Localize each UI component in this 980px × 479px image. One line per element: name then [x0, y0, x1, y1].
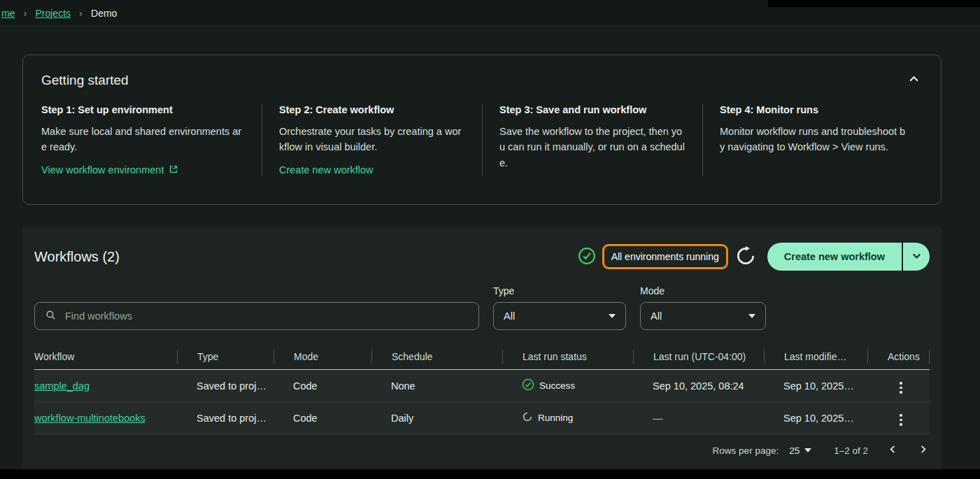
cell-last-modified: Sep 10, 2025… — [764, 413, 867, 424]
workflow-link-multinotebooks[interactable]: workflow-multinotebooks — [34, 413, 145, 424]
step-title: Step 1: Set up environment — [41, 104, 245, 115]
previous-page-button[interactable] — [886, 443, 900, 458]
breadcrumb-separator-icon: › — [79, 7, 83, 19]
step-title: Step 2: Create workflow — [279, 104, 465, 115]
success-status-icon — [578, 247, 596, 267]
search-icon — [45, 309, 57, 323]
table-row: workflow-multinotebooks Saved to proj… C… — [34, 402, 930, 434]
workflows-page: me › Projects › Demo Getting started Ste… — [0, 0, 980, 479]
rows-per-page-select[interactable]: 25 — [785, 445, 816, 457]
cell-last-run: — — [633, 413, 764, 424]
workflows-section: Workflows (2) All environments running C… — [22, 227, 942, 469]
cell-mode: Code — [274, 413, 371, 424]
step-4-monitor-runs: Step 4: Monitor runs Monitor workflow ru… — [702, 104, 923, 176]
column-header-last-run-status: Last run status — [502, 350, 633, 364]
mode-filter-label: Mode — [640, 285, 766, 296]
refresh-icon — [734, 245, 757, 269]
breadcrumb-item-home-partial[interactable]: me — [1, 8, 15, 19]
type-filter-value: All — [504, 310, 515, 322]
chevron-up-icon — [908, 77, 920, 87]
step-body: Monitor workflow runs and troubleshoot b… — [720, 124, 906, 155]
workflows-table: Workflow Type Mode Schedule Last run sta… — [34, 344, 930, 466]
chevron-right-icon — [918, 444, 928, 457]
caret-down-icon — [748, 314, 755, 318]
column-header-type: Type — [177, 350, 274, 364]
breadcrumb-item-projects[interactable]: Projects — [35, 8, 71, 19]
status-success: Success — [522, 378, 633, 393]
environments-status-text: All environments running — [611, 251, 719, 262]
column-header-actions: Actions — [867, 350, 930, 364]
step-2-create-workflow: Step 2: Create workflow Orchestrate your… — [262, 104, 482, 176]
chevron-down-icon — [911, 250, 922, 263]
status-running: Running — [522, 411, 633, 424]
cell-schedule: None — [371, 380, 502, 392]
chevron-left-icon — [888, 444, 898, 457]
getting-started-title: Getting started — [41, 73, 129, 88]
success-status-icon — [522, 378, 534, 393]
breadcrumb-separator-icon: › — [23, 7, 27, 19]
step-title: Step 3: Save and run workflow — [499, 104, 686, 115]
step-body: Make sure local and shared environments … — [41, 124, 245, 155]
search-input[interactable] — [64, 310, 469, 322]
collapse-panel-button[interactable] — [905, 71, 923, 90]
table-row: sample_dag Saved to proj… Code None Succ… — [34, 370, 930, 402]
step-body: Save the workflow to the project, then y… — [499, 124, 686, 171]
create-new-workflow-button[interactable]: Create new workflow — [767, 243, 902, 271]
cell-last-run: Sep 10, 2025, 08:24 — [633, 380, 764, 392]
next-page-button[interactable] — [916, 443, 930, 458]
find-workflows-search[interactable] — [34, 302, 479, 330]
step-3-save-and-run: Step 3: Save and run workflow Save the w… — [482, 104, 702, 176]
workflow-link-sample-dag[interactable]: sample_dag — [34, 380, 90, 392]
external-link-icon — [169, 164, 178, 176]
view-workflow-environment-link[interactable]: View workflow environment — [41, 164, 178, 176]
cell-mode: Code — [274, 380, 371, 392]
create-new-workflow-link[interactable]: Create new workflow — [279, 164, 374, 176]
row-actions-menu-button[interactable] — [897, 411, 905, 429]
create-workflow-split-button: Create new workflow — [767, 243, 930, 271]
column-header-schedule: Schedule — [371, 350, 502, 364]
rows-per-page-label: Rows per page: — [713, 445, 779, 456]
column-header-mode: Mode — [274, 350, 371, 364]
getting-started-panel: Getting started Step 1: Set up environme… — [22, 55, 942, 205]
caret-down-icon — [804, 448, 811, 452]
cell-type: Saved to proj… — [177, 413, 274, 424]
type-filter-label: Type — [493, 285, 626, 296]
screen-artifact-bottom — [0, 469, 980, 479]
caret-down-icon — [609, 314, 616, 318]
refresh-button[interactable] — [734, 245, 757, 269]
create-workflow-dropdown-button[interactable] — [903, 243, 930, 271]
cell-schedule: Daily — [371, 413, 502, 424]
workflows-heading: Workflows (2) — [34, 249, 120, 265]
cell-last-modified: Sep 10, 2025… — [764, 380, 867, 392]
screen-artifact-top-right — [768, 0, 980, 7]
table-footer: Rows per page: 25 1–2 of 2 — [34, 434, 930, 466]
mode-filter-value: All — [651, 310, 662, 322]
breadcrumb-item-demo: Demo — [91, 8, 117, 19]
step-1-setup-environment: Step 1: Set up environment Make sure loc… — [41, 104, 262, 176]
table-header-row: Workflow Type Mode Schedule Last run sta… — [34, 344, 930, 370]
cell-type: Saved to proj… — [177, 380, 274, 392]
column-header-last-modified: Last modifie… — [764, 350, 867, 364]
type-filter-select[interactable]: All — [493, 302, 626, 330]
row-actions-menu-button[interactable] — [897, 379, 905, 396]
column-header-workflow: Workflow — [34, 350, 177, 364]
environments-status-badge[interactable]: All environments running — [602, 244, 728, 269]
step-title: Step 4: Monitor runs — [720, 104, 906, 115]
pagination-range: 1–2 of 2 — [834, 445, 868, 456]
step-body: Orchestrate your tasks by creating a wor… — [279, 124, 465, 155]
mode-filter-select[interactable]: All — [640, 302, 766, 330]
in-progress-spinner-icon — [522, 411, 533, 424]
column-header-last-run: Last run (UTC-04:00) — [633, 350, 764, 364]
